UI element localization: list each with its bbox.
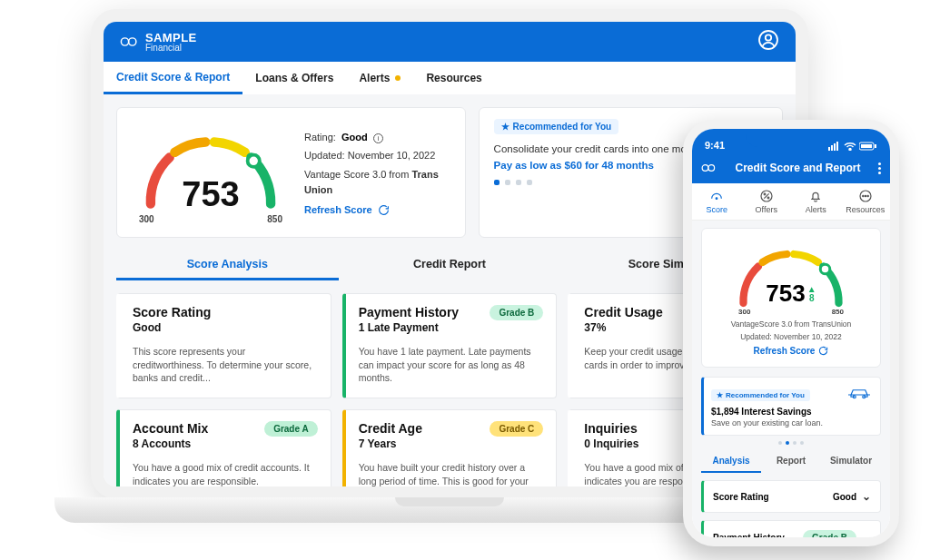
info-icon[interactable]: i	[373, 133, 383, 143]
score-card: 753 300850 Rating: Good i Updated: Novem…	[116, 107, 466, 238]
chevron-down-icon: ⌄	[862, 532, 871, 545]
phone-rec-title: $1,894 Interest Savings	[711, 407, 873, 417]
analysis-card[interactable]: Credit Age7 YearsGrade CYou have built y…	[342, 409, 558, 486]
star-icon: ★	[717, 391, 723, 399]
phone-tab-score[interactable]: Score	[692, 183, 742, 220]
phone-subtab-simulator[interactable]: Simulator	[821, 450, 881, 473]
wifi-icon	[844, 142, 856, 151]
svg-point-1	[129, 38, 136, 45]
user-avatar-icon[interactable]	[757, 29, 779, 54]
phone-score-value: 753	[766, 280, 805, 308]
svg-point-3	[766, 34, 771, 40]
phone-score-card: 753 ▲8 300850 VantageScore 3.0 from Tran…	[701, 228, 881, 368]
phone-tab-offers[interactable]: Offers	[742, 183, 792, 220]
svg-point-24	[853, 396, 856, 398]
svg-point-13	[702, 165, 708, 172]
card-body: This score represents your creditworthin…	[133, 345, 318, 385]
brand-icon	[701, 162, 717, 173]
card-title: Credit Usage	[584, 305, 662, 319]
svg-rect-8	[836, 142, 838, 151]
card-title: Account Mix	[133, 421, 208, 436]
more-menu-icon[interactable]	[878, 162, 881, 174]
phone-title: Credit Score and Report	[735, 162, 860, 174]
chevron-down-icon: ⌄	[862, 490, 871, 503]
subtab-score-analysis[interactable]: Score Analysis	[116, 251, 339, 280]
score-delta: ▲8	[807, 285, 816, 303]
phone-tab-resources[interactable]: Resources	[841, 183, 891, 220]
grade-badge: Grade B	[490, 305, 543, 320]
grade-badge: Grade B	[803, 530, 856, 545]
primary-tabs: Credit Score & Report Loans & Offers Ale…	[104, 62, 796, 94]
svg-point-9	[849, 149, 851, 151]
brand-sub: Financial	[145, 43, 197, 53]
svg-rect-12	[875, 144, 876, 148]
tab-resources[interactable]: Resources	[413, 62, 494, 94]
svg-point-25	[863, 396, 866, 398]
svg-point-19	[860, 191, 871, 201]
brand-logo: SAMPLEFinancial	[120, 31, 197, 53]
grade-badge: Grade C	[490, 421, 543, 437]
phone-analysis-row[interactable]: Payment HistoryGrade B⌄	[701, 520, 881, 546]
more-icon	[858, 189, 873, 203]
card-title: Score Rating	[133, 305, 211, 319]
svg-point-4	[248, 155, 260, 167]
card-body: You have a good mix of credit accounts. …	[133, 461, 318, 486]
analysis-card[interactable]: Account Mix8 AccountsGrade AYou have a g…	[116, 409, 331, 486]
app-header: SAMPLEFinancial	[104, 22, 796, 62]
card-sub: 8 Accounts	[133, 437, 208, 450]
phone-sub-tabs: Analysis Report Simulator	[701, 450, 881, 473]
battery-icon	[859, 142, 877, 151]
phone-device: 9:41 Credit Score and Report Score Offer…	[683, 120, 899, 546]
card-title: Inquiries	[584, 421, 638, 436]
subtab-credit-report[interactable]: Credit Report	[339, 251, 561, 280]
analysis-card[interactable]: Payment History1 Late PaymentGrade BYou …	[342, 293, 558, 398]
phone-rec-body: Save on your existing car loan.	[711, 418, 873, 427]
svg-rect-5	[828, 147, 830, 151]
score-max: 850	[267, 214, 282, 224]
card-sub: 37%	[584, 321, 662, 334]
analysis-card[interactable]: Score RatingGoodThis score represents yo…	[116, 293, 331, 398]
score-min: 300	[139, 214, 154, 224]
percent-icon	[759, 189, 774, 203]
svg-point-21	[865, 195, 866, 196]
triangle-up-icon: ▲	[807, 285, 816, 294]
svg-point-22	[867, 195, 868, 196]
phone-tabs: Score Offers Alerts Resources	[692, 183, 890, 221]
svg-point-20	[862, 195, 863, 196]
card-sub: 0 Inquiries	[584, 437, 638, 450]
svg-point-18	[767, 197, 769, 199]
phone-carousel-dots[interactable]	[701, 441, 881, 445]
svg-rect-6	[831, 145, 833, 151]
phone-tab-alerts[interactable]: Alerts	[791, 183, 841, 220]
card-title: Payment History	[359, 305, 459, 319]
phone-analysis-row[interactable]: Score RatingGood⌄	[701, 480, 881, 513]
phone-subtab-report[interactable]: Report	[761, 450, 821, 473]
card-body: You have 1 late payment. Late payments c…	[359, 345, 544, 385]
grade-badge: Grade A	[264, 421, 318, 437]
phone-recommendation-card[interactable]: ★Recommended for You $1,894 Interest Sav…	[701, 377, 881, 436]
card-title: Credit Age	[359, 421, 422, 436]
bell-icon	[808, 189, 823, 203]
refresh-icon	[378, 204, 390, 216]
phone-time: 9:41	[705, 140, 725, 151]
tab-alerts[interactable]: Alerts	[346, 62, 413, 94]
card-body: You have built your credit history over …	[359, 461, 544, 486]
phone-refresh-button[interactable]: Refresh Score	[754, 346, 829, 356]
card-sub: Good	[133, 321, 211, 334]
card-sub: 1 Late Payment	[359, 321, 459, 334]
phone-subtab-analysis[interactable]: Analysis	[701, 450, 761, 473]
star-icon: ★	[501, 122, 510, 132]
recommended-pill: ★Recommended for You	[494, 119, 619, 134]
refresh-score-button[interactable]: Refresh Score	[304, 202, 449, 219]
score-rating: Good	[341, 132, 368, 142]
score-updated: Updated: November 10, 2022	[304, 148, 449, 164]
alert-indicator-icon	[395, 75, 401, 81]
tab-credit-score[interactable]: Credit Score & Report	[104, 62, 242, 94]
svg-rect-7	[834, 143, 836, 151]
card-sub: 7 Years	[359, 437, 422, 450]
phone-header: Credit Score and Report	[692, 152, 890, 183]
tab-loans-offers[interactable]: Loans & Offers	[242, 62, 346, 94]
gauge-icon	[709, 189, 724, 203]
svg-point-17	[764, 193, 766, 195]
svg-point-23	[820, 264, 830, 274]
